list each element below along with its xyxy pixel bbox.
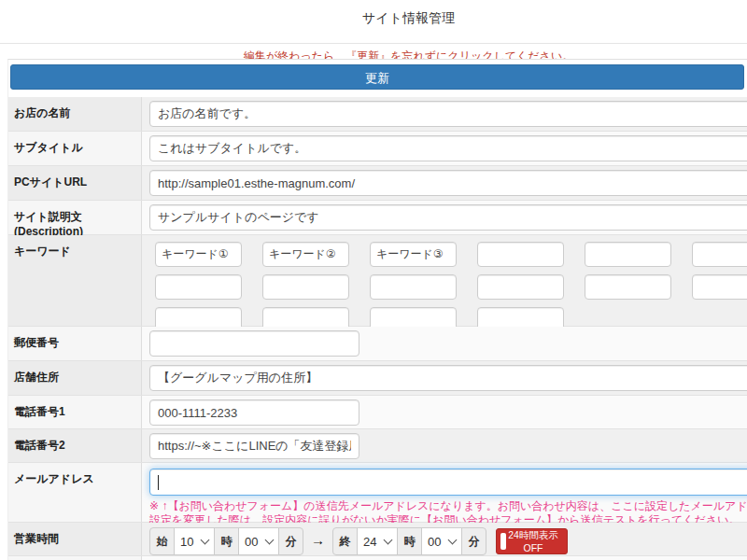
start-addon: 始	[149, 527, 175, 555]
keyword-input-9[interactable]	[370, 274, 457, 300]
email-note-line1: ※ ↑【お問い合わせフォーム】の送信先メールアドレスになります。お問い合わせ内容…	[149, 499, 747, 513]
keyword-input-12[interactable]	[692, 274, 747, 300]
chevron-down-icon	[265, 536, 275, 545]
form-rows: お店の名前 サブタイトル PCサイトURL サイト説明文(Description…	[8, 97, 747, 560]
row-pc-site-url: PCサイトURL	[8, 166, 747, 201]
shop-name-label: お店の名前	[8, 97, 142, 131]
end-minute-select[interactable]: 00	[421, 527, 462, 555]
site-info-form: 更新 お店の名前 サブタイトル PCサイトURL	[7, 59, 747, 560]
end-time-group: 終 24 時 00 分	[332, 527, 486, 555]
row-phone1: 電話番号1	[8, 396, 747, 429]
row-address: 店舗住所	[8, 361, 747, 396]
keyword-input-3[interactable]	[370, 242, 457, 267]
address-label: 店舗住所	[8, 361, 142, 395]
chevron-down-icon	[384, 536, 393, 545]
email-input[interactable]	[149, 469, 747, 496]
start-hour-select[interactable]: 10	[174, 527, 215, 555]
row-email: メールアドレス ※ ↑【お問い合わせフォーム】の送信先メールアドレスになります。…	[8, 463, 747, 523]
chevron-down-icon	[201, 536, 210, 545]
row-keywords: キーワード	[8, 235, 747, 327]
pc-site-url-label: PCサイトURL	[8, 166, 142, 200]
phone1-label: 電話番号1	[8, 396, 142, 428]
keyword-row-2	[155, 274, 747, 300]
pc-site-url-input[interactable]	[149, 170, 747, 196]
end-minute-unit: 分	[461, 527, 486, 555]
email-label: メールアドレス	[8, 463, 142, 522]
phone2-label: 電話番号2	[8, 429, 142, 462]
row-subtitle: サブタイトル	[8, 132, 747, 166]
keyword-input-2[interactable]	[262, 242, 349, 267]
keyword-row-1	[155, 242, 747, 267]
start-minute-select[interactable]: 00	[238, 527, 279, 555]
phone2-input[interactable]	[149, 433, 359, 459]
end-hour-select[interactable]: 24	[357, 527, 398, 555]
toggle-indicator-bar	[500, 533, 506, 550]
subtitle-label: サブタイトル	[8, 132, 142, 165]
update-button[interactable]: 更新	[10, 64, 744, 90]
chevron-down-icon	[448, 536, 458, 545]
start-time-group: 始 10 時 00 分	[149, 527, 303, 555]
business-hours-label: 営業時間	[8, 523, 142, 555]
text-caret	[158, 475, 159, 490]
right-arrow-icon: →	[311, 532, 325, 548]
keyword-input-8[interactable]	[262, 274, 349, 300]
description-label: サイト説明文(Description)	[8, 201, 142, 234]
hours-24h-display-toggle[interactable]: 24時間表示OFF	[496, 528, 568, 554]
end-addon: 終	[332, 527, 358, 555]
description-input[interactable]	[149, 204, 747, 231]
page-title: サイト情報管理	[0, 10, 747, 27]
end-hour-unit: 時	[397, 527, 422, 555]
keyword-input-4[interactable]	[477, 242, 564, 267]
postal-code-label: 郵便番号	[8, 327, 142, 360]
site-info-admin-page: サイト情報管理 編集が終わったら、『更新』を忘れずにクリックしてください。 更新…	[0, 0, 747, 560]
keyword-input-6[interactable]	[692, 242, 747, 267]
keyword-input-11[interactable]	[585, 274, 671, 300]
postal-code-input[interactable]	[149, 330, 359, 357]
row-shop-name: お店の名前	[8, 97, 747, 132]
update-button-row: 更新	[8, 60, 747, 97]
keyword-input-7[interactable]	[155, 274, 242, 300]
row-description: サイト説明文(Description)	[8, 201, 747, 235]
start-minute-unit: 分	[278, 527, 303, 555]
row-next-partial	[8, 556, 747, 560]
keyword-input-5[interactable]	[585, 242, 671, 267]
start-hour-unit: 時	[214, 527, 239, 555]
keywords-label: キーワード	[8, 235, 142, 326]
row-postal-code: 郵便番号	[8, 327, 747, 361]
keyword-input-10[interactable]	[477, 274, 564, 300]
row-phone2: 電話番号2	[8, 429, 747, 463]
row-business-hours: 営業時間 始 10 時 00 分	[8, 523, 747, 556]
keyword-input-1[interactable]	[155, 242, 242, 267]
address-input[interactable]	[149, 365, 747, 391]
phone1-input[interactable]	[149, 399, 359, 426]
header-divider	[0, 43, 747, 44]
shop-name-input[interactable]	[149, 101, 747, 127]
subtitle-input[interactable]	[149, 135, 747, 161]
